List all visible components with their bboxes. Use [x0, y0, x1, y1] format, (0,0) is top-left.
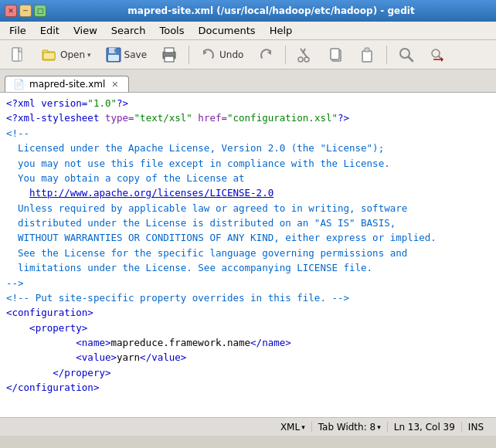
svg-rect-7 [108, 55, 119, 61]
editor-line: WITHOUT WARRANTIES OR CONDITIONS OF ANY … [6, 230, 490, 245]
cut-button[interactable] [291, 43, 319, 66]
editor-line: http://www.apache.org/licenses/LICENSE-2… [6, 185, 490, 200]
find-button[interactable] [392, 43, 420, 66]
undo-button[interactable]: Undo [195, 43, 249, 66]
save-label: Save [124, 49, 147, 60]
copy-button[interactable] [322, 43, 350, 66]
cursor-position-section: Ln 13, Col 39 [388, 422, 462, 433]
insert-mode-section: INS [462, 422, 490, 433]
tab-close-button[interactable]: ✕ [110, 80, 120, 90]
menu-tools[interactable]: Tools [153, 23, 190, 38]
undo-icon [200, 46, 217, 63]
close-button[interactable]: ✕ [5, 5, 17, 17]
save-icon [105, 46, 122, 63]
language-chevron-icon: ▾ [301, 423, 305, 431]
xml-file-icon: 📄 [13, 79, 25, 90]
print-icon [161, 46, 178, 63]
tab-width-dropdown[interactable]: Tab Width: 8 ▾ [318, 422, 381, 433]
open-label: Open [60, 49, 85, 60]
editor-line: limitations under the License. See accom… [6, 260, 490, 275]
replace-button[interactable] [423, 43, 451, 66]
editor-line: You may obtain a copy of the License at [6, 171, 490, 185]
editor-line: <name>mapreduce.framework.name</name> [6, 335, 490, 350]
editor-line: </configuration> [6, 380, 490, 395]
menu-documents[interactable]: Documents [192, 23, 262, 38]
menu-view[interactable]: View [67, 23, 104, 38]
redo-icon [257, 46, 274, 63]
editor-line: <!-- [6, 126, 490, 141]
replace-icon [429, 46, 446, 63]
svg-rect-21 [362, 51, 372, 62]
editor-line: Unless required by applicable law or agr… [6, 201, 490, 216]
cursor-position-label: Ln 13, Col 39 [394, 422, 455, 433]
editor-line: <property> [6, 321, 490, 335]
separator-2 [285, 46, 286, 64]
copy-icon [328, 46, 345, 63]
menu-help[interactable]: Help [263, 23, 299, 38]
svg-point-17 [298, 57, 303, 62]
svg-line-24 [409, 57, 413, 61]
window-controls[interactable]: ✕ ─ □ [5, 5, 46, 17]
menu-edit[interactable]: Edit [34, 23, 66, 38]
editor-line: <value>yarn</value> [6, 350, 490, 365]
language-dropdown[interactable]: XML ▾ [280, 422, 305, 433]
search-icon [398, 46, 415, 63]
maximize-button[interactable]: □ [34, 5, 46, 17]
minimize-button[interactable]: ─ [19, 5, 32, 17]
window-title: mapred-site.xml (/usr/local/hadoop/etc/h… [51, 5, 491, 16]
toolbar: Open ▾ Save [0, 40, 496, 70]
cut-icon [297, 46, 314, 63]
status-bar: XML ▾ Tab Width: 8 ▾ Ln 13, Col 39 INS [0, 417, 496, 436]
editor-line: See the License for the specific languag… [6, 246, 490, 260]
file-tab[interactable]: 📄 mapred-site.xml ✕ [5, 76, 129, 92]
editor-line: you may not use this file except in comp… [6, 156, 490, 171]
separator-1 [189, 46, 189, 64]
print-button[interactable] [155, 43, 183, 66]
editor-line: <configuration> [6, 305, 490, 320]
editor-line: </propery> [6, 365, 490, 380]
tab-width-label: Tab Width: 8 [318, 422, 375, 433]
paste-button[interactable] [353, 43, 381, 66]
new-icon [10, 46, 27, 63]
svg-rect-22 [365, 48, 369, 52]
editor-line: <!-- Put site-specific property override… [6, 290, 490, 305]
svg-rect-10 [165, 48, 174, 53]
open-button[interactable]: Open ▾ [36, 43, 97, 66]
tab-width-section: Tab Width: 8 ▾ [312, 422, 388, 433]
save-button[interactable]: Save [100, 43, 152, 66]
svg-rect-4 [43, 53, 55, 59]
editor-line: distributed under the License is distrib… [6, 216, 490, 230]
editor-line: --> [6, 276, 490, 290]
language-section: XML ▾ [274, 422, 312, 433]
title-bar: ✕ ─ □ mapred-site.xml (/usr/local/hadoop… [0, 0, 496, 22]
editor-line: <?xml version="1.0"?> [6, 96, 490, 110]
svg-rect-8 [114, 49, 116, 53]
tab-bar: 📄 mapred-site.xml ✕ [0, 70, 496, 93]
editor-area[interactable]: <?xml version="1.0"?> <?xml-stylesheet t… [0, 93, 496, 417]
tab-width-chevron-icon: ▾ [377, 423, 381, 431]
open-icon [41, 46, 58, 63]
svg-line-16 [303, 49, 305, 53]
editor-line: Licensed under the Apache License, Versi… [6, 141, 490, 155]
undo-label: Undo [219, 49, 243, 60]
language-label: XML [280, 422, 300, 433]
new-button[interactable] [5, 43, 32, 66]
svg-rect-1 [12, 48, 19, 61]
svg-rect-20 [331, 49, 339, 59]
menu-bar: File Edit View Search Tools Documents He… [0, 22, 496, 40]
redo-button[interactable] [252, 43, 280, 66]
svg-marker-28 [441, 57, 443, 62]
insert-mode-label: INS [468, 422, 484, 433]
menu-search[interactable]: Search [105, 23, 152, 38]
paste-icon [358, 46, 375, 63]
open-chevron-icon[interactable]: ▾ [87, 51, 91, 59]
editor-line: <?xml-stylesheet type="text/xsl" href="c… [6, 110, 490, 125]
menu-file[interactable]: File [3, 23, 32, 38]
tab-filename: mapred-site.xml [29, 79, 105, 90]
svg-rect-11 [165, 56, 174, 62]
svg-rect-12 [173, 53, 175, 55]
separator-3 [386, 46, 387, 64]
